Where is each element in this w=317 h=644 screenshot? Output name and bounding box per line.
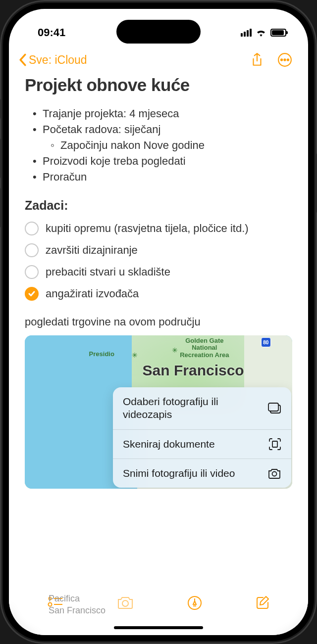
photo-library-icon: [267, 402, 281, 414]
dynamic-island: [116, 20, 201, 44]
svg-point-2: [284, 59, 285, 60]
checklist-text: prebaciti stvari u skladište: [46, 264, 170, 280]
back-label: Sve: iCloud: [29, 53, 87, 67]
svg-rect-5: [268, 403, 278, 411]
svg-point-1: [281, 59, 282, 60]
status-indicators: [241, 29, 286, 37]
back-button[interactable]: Sve: iCloud: [19, 53, 87, 67]
camera-toolbar-button[interactable]: [117, 596, 134, 609]
map-attachment[interactable]: ✳ ✳ Presidio Golden Gate National Recrea…: [25, 335, 292, 489]
menu-item-label: Snimi fotografiju ili video: [123, 467, 235, 480]
menu-item-label: Odaberi fotografiju ili videozapis: [123, 395, 257, 421]
svg-point-3: [287, 59, 289, 60]
tree-icon: ✳: [172, 346, 178, 354]
wifi-icon: [256, 29, 266, 37]
markup-toolbar-button[interactable]: [187, 596, 202, 610]
checkbox-unchecked-icon[interactable]: [25, 243, 39, 257]
map-faded-label: Pacifica: [49, 594, 80, 604]
map-label-presidio: Presidio: [89, 350, 114, 358]
note-content[interactable]: Projekt obnove kuće Trajanje projekta: 4…: [9, 72, 308, 489]
svg-point-7: [272, 471, 277, 476]
chevron-left-icon: [19, 53, 27, 66]
scan-document-icon: [268, 438, 281, 451]
svg-point-12: [122, 600, 128, 606]
bullet-item: Proizvodi koje treba pogledati: [25, 153, 292, 169]
note-title: Projekt obnove kuće: [25, 75, 292, 95]
bullet-sub-item: Započinju nakon Nove godine: [25, 138, 292, 153]
cellular-signal-icon: [241, 29, 252, 37]
menu-item-label: Skeniraj dokumente: [123, 438, 215, 451]
choose-photo-menu-item[interactable]: Odaberi fotografiju ili videozapis: [113, 387, 291, 430]
checklist-text: kupiti opremu (rasvjetna tijela, pločice…: [46, 221, 249, 236]
svg-point-13: [188, 597, 201, 609]
road-shield-icon: 80: [261, 337, 271, 347]
phone-frame: 09:41 Sve: iCloud Projekt obnove kuće Tr…: [0, 0, 317, 644]
take-photo-menu-item[interactable]: Snimi fotografiju ili video: [113, 459, 291, 488]
checklist-text: završiti dizajniranje: [46, 242, 138, 258]
volume-down-button: [0, 188, 1, 228]
attachment-popup-menu: Odaberi fotografiju ili videozapis Skeni…: [113, 387, 291, 488]
tasks-heading: Zadaci:: [25, 198, 292, 213]
checkbox-unchecked-icon[interactable]: [25, 265, 39, 279]
compose-toolbar-button[interactable]: [256, 596, 269, 609]
camera-icon: [267, 468, 281, 479]
checkbox-checked-icon[interactable]: [25, 287, 39, 301]
bullet-item: Početak radova: siječanj: [25, 122, 292, 138]
checklist-item[interactable]: kupiti opremu (rasvjetna tijela, pločice…: [25, 221, 292, 236]
bullet-item: Trajanje projekta: 4 mjeseca: [25, 106, 292, 122]
checklist-item[interactable]: prebaciti stvari u skladište: [25, 264, 292, 280]
checklist: kupiti opremu (rasvjetna tijela, pločice…: [25, 221, 292, 302]
map-label-park: Golden Gate National Recreation Area: [180, 337, 229, 359]
battery-icon: [270, 29, 286, 37]
silent-switch: [0, 99, 1, 119]
status-time: 09:41: [38, 26, 65, 39]
volume-up-button: [0, 138, 1, 178]
tree-icon: ✳: [132, 351, 138, 359]
share-button[interactable]: [251, 52, 264, 67]
svg-rect-6: [272, 441, 277, 447]
map-faded-label: San Francisco: [49, 605, 106, 616]
home-indicator[interactable]: [114, 626, 203, 629]
screen: 09:41 Sve: iCloud Projekt obnove kuće Tr…: [9, 9, 308, 635]
bullet-item: Proračun: [25, 169, 292, 185]
bullet-list: Trajanje projekta: 4 mjeseca Početak rad…: [25, 106, 292, 184]
checklist-item[interactable]: angažirati izvođača: [25, 286, 292, 302]
checkbox-unchecked-icon[interactable]: [25, 222, 39, 235]
map-label-city: San Francisco: [143, 362, 244, 379]
checklist-text: angažirati izvođača: [46, 286, 139, 302]
more-button[interactable]: [277, 52, 292, 67]
checklist-item[interactable]: završiti dizajniranje: [25, 242, 292, 258]
body-text: pogledati trgovine na ovom području: [25, 316, 292, 328]
scan-documents-menu-item[interactable]: Skeniraj dokumente: [113, 430, 291, 459]
navigation-bar: Sve: iCloud: [9, 44, 308, 72]
